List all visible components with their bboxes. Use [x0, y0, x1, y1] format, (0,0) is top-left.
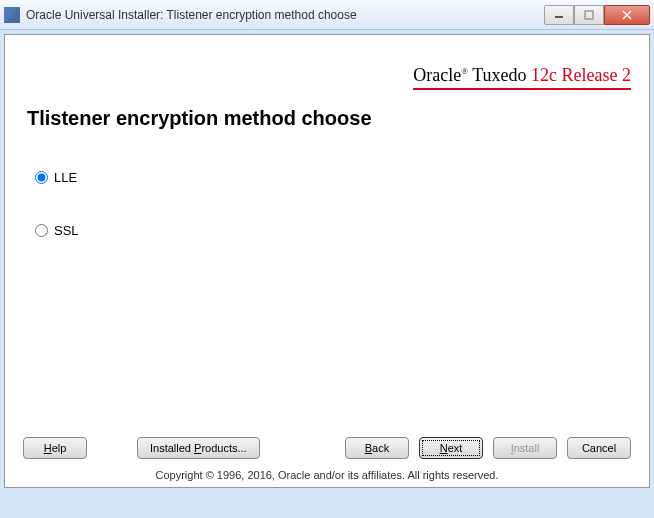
maximize-button[interactable] [574, 5, 604, 25]
app-icon [4, 7, 20, 23]
brand-label: Oracle® Tuxedo 12c Release 2 [413, 65, 631, 90]
registered-mark: ® [461, 66, 468, 76]
radio-ssl-input[interactable] [35, 224, 48, 237]
installer-window: Oracle Universal Installer: Tlistener en… [0, 0, 654, 518]
copyright-text: Copyright © 1996, 2016, Oracle and/or it… [5, 469, 649, 481]
radio-lle-label: LLE [54, 170, 77, 185]
title-text: Oracle Universal Installer: Tlistener en… [26, 8, 544, 22]
titlebar: Oracle Universal Installer: Tlistener en… [0, 0, 654, 30]
back-button[interactable]: Back [345, 437, 409, 459]
installed-products-button[interactable]: Installed Products... [137, 437, 260, 459]
brand-name: Oracle [413, 65, 461, 85]
content-panel: Oracle® Tuxedo 12c Release 2 Tlistener e… [4, 34, 650, 488]
radio-ssl[interactable]: SSL [35, 223, 631, 238]
encryption-radio-group: LLE SSL [35, 170, 631, 238]
brand-product: Tuxedo [472, 65, 526, 85]
page-title: Tlistener encryption method choose [27, 107, 631, 130]
radio-ssl-label: SSL [54, 223, 79, 238]
install-button: Install [493, 437, 557, 459]
window-controls [544, 5, 650, 25]
svg-rect-4 [585, 11, 593, 19]
cancel-button[interactable]: Cancel [567, 437, 631, 459]
next-button[interactable]: Next [419, 437, 483, 459]
minimize-button[interactable] [544, 5, 574, 25]
svg-rect-3 [555, 16, 563, 18]
button-bar: Help Installed Products... Back Next Ins… [23, 437, 631, 459]
close-button[interactable] [604, 5, 650, 25]
radio-lle[interactable]: LLE [35, 170, 631, 185]
help-button[interactable]: Help [23, 437, 87, 459]
radio-lle-input[interactable] [35, 171, 48, 184]
brand-version: 12c Release 2 [531, 65, 631, 85]
